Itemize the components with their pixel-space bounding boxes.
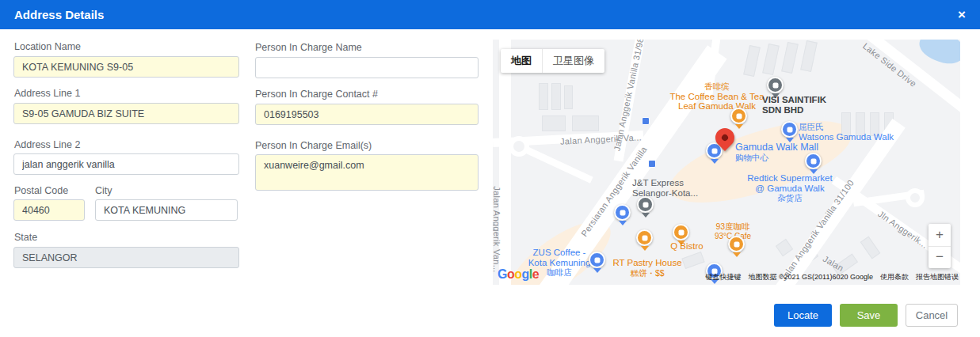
map-roundabout: [906, 188, 925, 207]
business-pin-icon[interactable]: [637, 196, 654, 213]
zoom-out-button[interactable]: −: [929, 247, 951, 269]
building-footprint: [572, 115, 599, 131]
map-roundabout: [509, 136, 529, 157]
street-label: Jalan Anggerik Van...: [493, 182, 501, 277]
address-line-2-label: Address Line 2: [14, 139, 80, 150]
address-line-1-input[interactable]: [13, 103, 239, 124]
bus-stop-icon[interactable]: [648, 160, 656, 168]
location-name-input[interactable]: [13, 56, 239, 78]
map-type-control: 地图 卫星图像: [501, 49, 604, 73]
poi-label-rt-pastry[interactable]: RT Pastry House 糕饼・$$: [596, 258, 699, 278]
pic-contact-label: Person In Charge Contact #: [255, 89, 378, 100]
state-label: State: [14, 232, 37, 243]
restaurant-pin-icon[interactable]: [636, 229, 653, 246]
poi-label-watsons[interactable]: 屈臣氏 Watsons Gamuda Walk: [799, 122, 894, 142]
building-footprint: [551, 83, 561, 110]
building-footprint: [564, 85, 573, 109]
map-type-map-button[interactable]: 地图: [501, 49, 543, 73]
zoom-in-button[interactable]: +: [929, 224, 951, 247]
map-data-text: 地图数据 ©2021 GS(2011)6020 Google: [748, 272, 873, 282]
address-line-2-input[interactable]: [13, 153, 239, 175]
building-footprint: [542, 115, 566, 131]
pic-name-input[interactable]: [255, 57, 479, 78]
poi-label-redtick[interactable]: Redtick Supermarket @ Gamuda Walk 杂货店: [734, 173, 845, 203]
building-footprint: [860, 237, 881, 259]
pic-contact-input[interactable]: [255, 104, 479, 125]
poi-label-q-bistro[interactable]: Q Bistro: [663, 241, 711, 252]
business-pin-icon[interactable]: [767, 77, 784, 93]
building-footprint: [539, 83, 548, 110]
cafe-pin-icon[interactable]: [589, 252, 605, 268]
modal-header: Address Details ×: [0, 0, 980, 29]
street-label: Jalan: [822, 254, 845, 273]
close-icon[interactable]: ×: [958, 8, 966, 21]
poi-label-visi-saintifik[interactable]: VISI SAINTIFIK SDN BHD: [762, 95, 826, 115]
pic-email-textarea[interactable]: xuanweire@gmail.com: [255, 154, 479, 191]
poi-label-coffee-bean[interactable]: 香啡缤 The Coffee Bean & Tea Leaf Gamuda Wa…: [662, 81, 772, 112]
map-zoom-control: + −: [929, 224, 951, 268]
map-lake: [916, 40, 960, 69]
building-footprint: [800, 40, 818, 72]
modal-title: Address Details: [14, 8, 104, 21]
watsons-pin-icon[interactable]: [781, 121, 798, 138]
locate-button[interactable]: Locate: [774, 304, 832, 327]
building-footprint: [743, 45, 761, 77]
building-footprint: [781, 42, 799, 74]
bus-stop-icon[interactable]: [642, 117, 650, 125]
postal-code-label: Postal Code: [14, 185, 68, 196]
building-footprint: [776, 239, 793, 256]
cancel-button[interactable]: Cancel: [906, 304, 958, 327]
pic-email-label: Person In Charge Email(s): [255, 140, 372, 151]
poi-label-jnt-express[interactable]: J&T Express Selangor-Kota...: [632, 178, 698, 198]
building-footprint: [762, 44, 780, 75]
street-label: Jln Anggerik...: [876, 209, 929, 250]
state-input: [13, 247, 239, 268]
city-input[interactable]: [95, 199, 238, 221]
location-name-label: Location Name: [14, 41, 81, 52]
business-pin-icon[interactable]: [614, 204, 631, 221]
pic-name-label: Person In Charge Name: [255, 42, 362, 53]
supermarket-pin-icon[interactable]: [805, 153, 822, 169]
google-logo[interactable]: Google: [498, 267, 539, 282]
keyboard-shortcuts-link[interactable]: 键盘快捷键: [705, 272, 741, 282]
address-details-modal: Address Details × Location Name Address …: [0, 0, 980, 337]
cafe-pin-icon[interactable]: [728, 236, 745, 252]
terms-link[interactable]: 使用条款: [880, 272, 909, 282]
save-button[interactable]: Save: [840, 304, 898, 327]
postal-code-input[interactable]: [13, 199, 85, 221]
map-attribution: 键盘快捷键 地图数据 ©2021 GS(2011)6020 Google 使用条…: [705, 272, 959, 282]
address-line-1-label: Address Line 1: [14, 88, 80, 99]
city-label: City: [95, 185, 112, 196]
report-error-link[interactable]: 报告地图错误: [916, 272, 959, 282]
cafe-pin-icon[interactable]: [730, 108, 747, 124]
map-type-satellite-button[interactable]: 卫星图像: [543, 49, 604, 73]
restaurant-pin-icon[interactable]: [673, 224, 689, 240]
google-map[interactable]: Lake Side Drive Jalan Anggerik Vanilla 3…: [493, 40, 960, 285]
